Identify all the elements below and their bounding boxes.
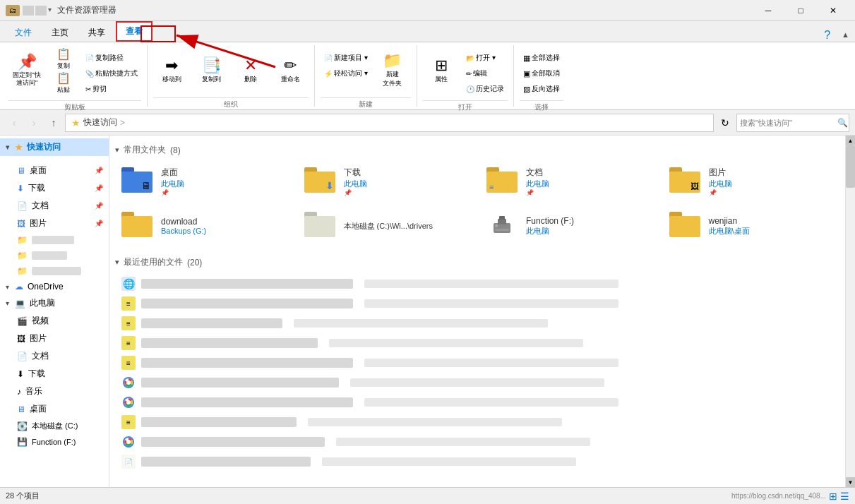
sidebar-item-documents2[interactable]: 📄 文档 — [0, 347, 109, 365]
function-drive-label: Function (F:) — [32, 438, 76, 446]
tab-view[interactable]: 查看 — [116, 21, 153, 42]
sidebar-item-desktop2[interactable]: 🖥 桌面 — [0, 400, 109, 418]
recent-item-5[interactable]: ≡ — [115, 353, 839, 373]
view-list-button[interactable]: ☰ — [840, 491, 849, 502]
pictures-pin-icon: 📌 — [95, 220, 103, 227]
sidebar-item-folder1[interactable]: 📁 — [0, 232, 109, 248]
new-folder-button[interactable]: 📁 新建文件夹 — [374, 48, 411, 93]
recent-icon-9 — [121, 435, 136, 449]
up-button[interactable]: ↑ — [45, 114, 62, 131]
local-disk-icon: 💽 — [17, 421, 28, 431]
copy-button[interactable]: 📋 复制 — [48, 48, 79, 71]
recent-name-8 — [141, 417, 297, 427]
easy-access-button[interactable]: ⚡ 轻松访问 ▾ — [321, 66, 371, 80]
sidebar-item-downloads2[interactable]: ⬇ 下载 — [0, 365, 109, 383]
toolbar-dropdown[interactable]: ▾ — [48, 6, 52, 16]
scroll-thumb[interactable] — [846, 145, 855, 188]
recent-item-2[interactable]: ≡ — [115, 294, 839, 313]
tab-home[interactable]: 主页 — [42, 23, 78, 42]
frequent-toggle-icon[interactable]: ▾ — [115, 145, 119, 155]
folder-item-documents[interactable]: ≡ 文档 此电脑 📌 — [480, 162, 657, 201]
sidebar-item-pictures2[interactable]: 🖼 图片 — [0, 330, 109, 347]
tab-file[interactable]: 文件 — [6, 23, 41, 42]
help-button[interactable]: ? — [824, 29, 836, 42]
paste-shortcut-button[interactable]: 📎 粘贴快捷方式 — [82, 66, 141, 80]
recent-item-10[interactable]: 📄 — [115, 452, 839, 472]
undo-icon[interactable] — [35, 6, 47, 16]
folder-item-desktop[interactable]: 🖥 桌面 此电脑 📌 — [115, 162, 292, 201]
downloads2-icon: ⬇ — [17, 369, 24, 379]
refresh-button[interactable]: ↻ — [717, 114, 734, 131]
pin-to-quick-access-button[interactable]: 📌 固定到"快速访问" — [8, 48, 45, 93]
select-all-button[interactable]: ▦ 全部选择 — [520, 51, 563, 65]
sidebar-item-quick-access[interactable]: ▾ ★ 快速访问 — [0, 138, 109, 156]
paste-button[interactable]: 📋 粘贴 — [48, 72, 79, 95]
sidebar-item-local-disk[interactable]: 💽 本地磁盘 (C:) — [0, 418, 109, 434]
folder-item-pictures[interactable]: 🖼 图片 此电脑 📌 — [663, 162, 840, 201]
sidebar-item-folder3[interactable]: 📁 — [0, 263, 109, 279]
search-box[interactable]: 🔍 — [736, 114, 849, 132]
sidebar-item-documents[interactable]: 📄 文档 📌 — [0, 197, 109, 215]
sidebar-item-videos[interactable]: 🎬 视频 — [0, 312, 109, 330]
sidebar-item-folder2[interactable]: 📁 — [0, 248, 109, 263]
sidebar-item-onedrive[interactable]: ▾ ☁ OneDrive — [0, 279, 109, 294]
close-button[interactable]: ✕ — [817, 0, 849, 21]
sidebar-item-downloads[interactable]: ⬇ 下载 📌 — [0, 179, 109, 197]
edit-button[interactable]: ✏ 编辑 — [462, 66, 508, 80]
pictures-folder-icon: 🖼 — [669, 167, 703, 196]
rename-button[interactable]: ✏ 重命名 — [272, 48, 309, 93]
recent-item-3[interactable]: ≡ — [115, 313, 839, 333]
sidebar-item-this-pc[interactable]: ▾ 💻 此电脑 — [0, 294, 109, 312]
scroll-up-button[interactable]: ▲ — [846, 136, 855, 145]
open-label: 打开 — [423, 100, 508, 112]
folder-item-wenjian[interactable]: wenjian 此电脑\桌面 — [663, 207, 840, 245]
open-icon: 📂 — [466, 54, 474, 62]
recent-item-7[interactable] — [115, 392, 839, 412]
folder-item-drivers[interactable]: 本地磁盘 (C:)\Wi...\drivers — [298, 207, 475, 245]
clipboard-extras: 📄 复制路径 📎 粘贴快捷方式 ✂ 剪切 — [82, 48, 141, 96]
copy-path-button[interactable]: 📄 复制路径 — [82, 51, 141, 65]
sidebar-item-function-drive[interactable]: 💾 Function (F:) — [0, 434, 109, 450]
search-input[interactable] — [740, 119, 837, 127]
ribbon-collapse-button[interactable]: ▲ — [836, 28, 855, 42]
scroll-down-button[interactable]: ▼ — [846, 477, 855, 487]
tab-share[interactable]: 共享 — [79, 23, 114, 42]
minimize-button[interactable]: ─ — [752, 0, 784, 21]
documents-folder-name: 文档 — [526, 167, 549, 179]
history-button[interactable]: 🕐 历史记录 — [462, 82, 508, 96]
recent-item-4[interactable]: ≡ — [115, 333, 839, 353]
recent-item-8[interactable]: ≡ — [115, 412, 839, 432]
easy-access-icon: ⚡ — [324, 70, 333, 78]
invert-selection-button[interactable]: ▧ 反向选择 — [520, 82, 563, 96]
recent-item-9[interactable] — [115, 432, 839, 452]
folder-item-function-drive[interactable]: Function (F:) 此电脑 — [480, 207, 657, 245]
new-item-button[interactable]: 📄 新建项目 ▾ — [321, 51, 371, 65]
folder-item-download-backup[interactable]: download Backups (G:) — [115, 207, 292, 245]
frequent-count: (8) — [170, 145, 181, 155]
recent-toggle-icon[interactable]: ▾ — [115, 258, 119, 267]
properties-button[interactable]: ⊞ 属性 — [423, 48, 460, 93]
sidebar-item-desktop[interactable]: 🖥 桌面 📌 — [0, 162, 109, 179]
delete-button[interactable]: ✕ 删除 — [232, 48, 269, 93]
view-icons-button[interactable]: ⊞ — [829, 491, 837, 502]
paste-icon: 📋 — [56, 73, 71, 84]
recent-item-1[interactable]: 🌐 — [115, 274, 839, 294]
new-item-col: 📄 新建项目 ▾ ⚡ 轻松访问 ▾ — [321, 48, 371, 80]
address-bar[interactable]: ★ 快速访问 > — [65, 114, 714, 132]
back-button[interactable]: ‹ — [6, 114, 23, 131]
folder-item-downloads[interactable]: ⬇ 下载 此电脑 📌 — [298, 162, 475, 201]
history-icon: 🕐 — [466, 85, 474, 93]
recent-item-6[interactable] — [115, 373, 839, 392]
move-to-button[interactable]: ➡ 移动到 — [153, 48, 190, 93]
maximize-button[interactable]: □ — [784, 0, 817, 21]
deselect-all-button[interactable]: ▣ 全部取消 — [520, 66, 563, 80]
open-button[interactable]: 📂 打开 ▾ — [462, 51, 508, 65]
copy-to-button[interactable]: 📑 复制到 — [193, 48, 229, 93]
downloads-icon: ⬇ — [17, 184, 24, 193]
cut-button[interactable]: ✂ 剪切 — [82, 82, 141, 96]
save-icon[interactable] — [23, 6, 34, 16]
sidebar-item-pictures[interactable]: 🖼 图片 📌 — [0, 215, 109, 232]
forward-button[interactable]: › — [25, 114, 42, 131]
sidebar-item-music[interactable]: ♪ 音乐 — [0, 383, 109, 400]
right-scrollbar[interactable]: ▲ ▼ — [845, 136, 855, 487]
